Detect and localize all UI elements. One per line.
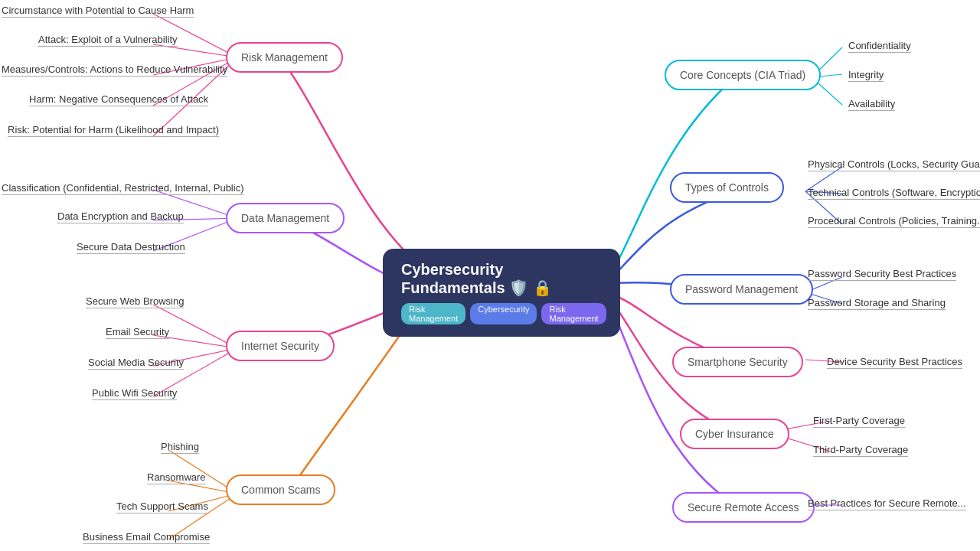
leaf-destruction[interactable]: Secure Data Destruction bbox=[77, 241, 185, 254]
leaf-wifi[interactable]: Public Wifi Security bbox=[92, 387, 177, 400]
leaf-web-browsing[interactable]: Secure Web Browsing bbox=[86, 295, 184, 308]
leaf-device-security[interactable]: Device Security Best Practices bbox=[827, 356, 962, 369]
leaf-remote-best-practices[interactable]: Best Practices for Secure Remote... bbox=[808, 497, 966, 510]
branch-internet-security[interactable]: Internet Security bbox=[226, 331, 335, 361]
branch-risk-management[interactable]: Risk Management bbox=[226, 42, 343, 73]
leaf-technical-controls[interactable]: Technical Controls (Software, Encryption… bbox=[808, 187, 980, 200]
branch-common-scams[interactable]: Common Scams bbox=[226, 474, 335, 505]
leaf-risk[interactable]: Risk: Potential for Harm (Likelihood and… bbox=[8, 124, 219, 137]
leaf-password-storage[interactable]: Password Storage and Sharing bbox=[808, 297, 946, 310]
center-node-tags: Risk Management Cybersecurity Risk Manag… bbox=[401, 303, 602, 324]
mind-map-canvas: Cybersecurity Fundamentals 🛡️ 🔒 Risk Man… bbox=[0, 0, 980, 551]
branch-password-management[interactable]: Password Management bbox=[670, 274, 813, 305]
leaf-encryption[interactable]: Data Encryption and Backup bbox=[57, 210, 184, 223]
center-node[interactable]: Cybersecurity Fundamentals 🛡️ 🔒 Risk Man… bbox=[383, 249, 620, 337]
leaf-third-party[interactable]: Third-Party Coverage bbox=[813, 444, 908, 457]
leaf-integrity[interactable]: Integrity bbox=[848, 69, 884, 82]
branch-secure-remote-access[interactable]: Secure Remote Access bbox=[672, 492, 815, 523]
leaf-bec[interactable]: Business Email Compromise bbox=[83, 531, 210, 544]
leaf-ransomware[interactable]: Ransomware bbox=[147, 471, 206, 484]
leaf-confidentiality[interactable]: Confidentiality bbox=[848, 40, 911, 53]
tag-data-protection[interactable]: Risk Management bbox=[401, 303, 466, 324]
leaf-password-best-practices[interactable]: Password Security Best Practices bbox=[808, 268, 956, 281]
leaf-measures[interactable]: Measures/Controls: Actions to Reduce Vul… bbox=[2, 64, 227, 77]
leaf-circumstance[interactable]: Circumstance with Potential to Cause Har… bbox=[2, 5, 194, 18]
leaf-classification[interactable]: Classification (Confidential, Restricted… bbox=[2, 182, 243, 195]
leaf-tech-support[interactable]: Tech Support Scams bbox=[116, 500, 208, 514]
leaf-procedural-controls[interactable]: Procedural Controls (Policies, Training.… bbox=[808, 215, 980, 228]
leaf-social-media[interactable]: Social Media Security bbox=[88, 357, 184, 370]
leaf-physical-controls[interactable]: Physical Controls (Locks, Security Guard… bbox=[808, 158, 980, 171]
leaf-first-party[interactable]: First-Party Coverage bbox=[813, 415, 905, 428]
tag-risk-management[interactable]: Risk Management bbox=[541, 303, 606, 324]
center-node-title: Cybersecurity Fundamentals 🛡️ 🔒 bbox=[401, 261, 602, 297]
branch-data-management[interactable]: Data Management bbox=[226, 203, 345, 233]
branch-core-concepts[interactable]: Core Concepts (CIA Triad) bbox=[665, 60, 821, 90]
leaf-attack[interactable]: Attack: Exploit of a Vulnerability bbox=[38, 34, 178, 47]
branch-smartphone-security[interactable]: Smartphone Security bbox=[672, 347, 803, 377]
leaf-email-security[interactable]: Email Security bbox=[106, 326, 169, 339]
leaf-harm[interactable]: Harm: Negative Consequences of Attack bbox=[29, 93, 208, 106]
leaf-phishing[interactable]: Phishing bbox=[161, 441, 199, 454]
tag-cybersecurity[interactable]: Cybersecurity bbox=[470, 303, 537, 324]
branch-cyber-insurance[interactable]: Cyber Insurance bbox=[680, 419, 789, 449]
branch-types-of-controls[interactable]: Types of Controls bbox=[670, 172, 784, 203]
leaf-availability[interactable]: Availability bbox=[848, 98, 895, 111]
